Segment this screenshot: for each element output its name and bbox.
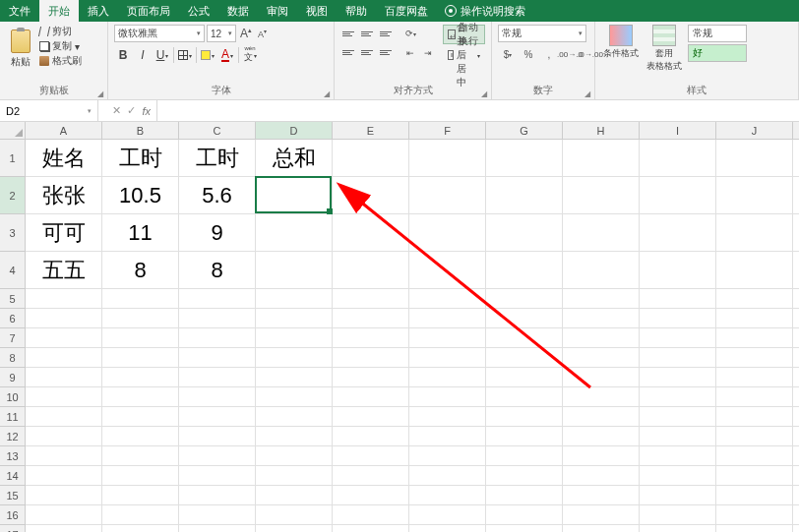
row-header-16[interactable]: 16 [0, 505, 26, 525]
increase-indent-button[interactable]: ⇥ [419, 44, 437, 62]
accept-formula-button[interactable]: ✓ [127, 104, 136, 117]
cell-K6[interactable] [793, 309, 799, 328]
cell-I2[interactable] [640, 177, 716, 214]
underline-button[interactable]: U▾ [154, 46, 171, 64]
align-right-button[interactable] [378, 43, 396, 61]
row-header-12[interactable]: 12 [0, 427, 26, 446]
row-header-8[interactable]: 8 [0, 348, 26, 368]
cell-I3[interactable] [640, 214, 716, 252]
tab-view[interactable]: 视图 [297, 0, 337, 22]
cell-C10[interactable] [179, 387, 256, 407]
cell-J7[interactable] [716, 328, 793, 348]
merge-center-button[interactable]: 合并后居中▾ [443, 45, 485, 65]
cell-E17[interactable] [333, 525, 409, 532]
cell-K4[interactable] [793, 252, 799, 289]
tab-help[interactable]: 帮助 [337, 0, 376, 22]
cell-I9[interactable] [640, 368, 716, 387]
comma-format-button[interactable]: , [539, 45, 559, 63]
cell-I10[interactable] [640, 387, 716, 407]
cell-G5[interactable] [486, 289, 563, 309]
cell-G6[interactable] [486, 309, 563, 328]
cell-A12[interactable] [26, 427, 102, 446]
cell-I15[interactable] [640, 486, 716, 505]
row-header-13[interactable]: 13 [0, 446, 26, 466]
cell-B15[interactable] [102, 486, 179, 505]
cell-D17[interactable] [256, 525, 333, 532]
cell-H16[interactable] [563, 505, 640, 525]
cell-H13[interactable] [563, 446, 640, 466]
align-bottom-button[interactable] [378, 25, 396, 42]
cell-B2[interactable]: 10.5 [102, 177, 179, 214]
cell-J2[interactable] [716, 177, 793, 214]
cell-I4[interactable] [640, 252, 716, 289]
cell-B14[interactable] [102, 466, 179, 486]
cell-B1[interactable]: 工时 [102, 140, 179, 177]
cell-E5[interactable] [333, 289, 409, 309]
cell-F8[interactable] [409, 348, 486, 368]
row-header-15[interactable]: 15 [0, 486, 26, 505]
cell-B11[interactable] [102, 407, 179, 427]
cell-A3[interactable]: 可可 [26, 214, 102, 252]
cell-A14[interactable] [26, 466, 102, 486]
border-button[interactable]: ▾ [176, 46, 194, 64]
cell-E8[interactable] [333, 348, 409, 368]
cell-C14[interactable] [179, 466, 256, 486]
cell-E7[interactable] [333, 328, 409, 348]
cell-A9[interactable] [26, 368, 102, 387]
cell-C16[interactable] [179, 505, 256, 525]
cell-B8[interactable] [102, 348, 179, 368]
cell-J6[interactable] [716, 309, 793, 328]
cell-C1[interactable]: 工时 [179, 140, 256, 177]
col-header-F[interactable]: F [409, 122, 486, 140]
cell-I8[interactable] [640, 348, 716, 368]
cell-I11[interactable] [640, 407, 716, 427]
tab-insert[interactable]: 插入 [79, 0, 118, 22]
cell-A8[interactable] [26, 348, 102, 368]
cell-E14[interactable] [333, 466, 409, 486]
cell-K10[interactable] [793, 387, 799, 407]
formula-input[interactable] [157, 100, 799, 121]
cell-style-normal[interactable]: 常规 [688, 25, 747, 42]
cell-D6[interactable] [256, 309, 333, 328]
cell-F13[interactable] [409, 446, 486, 466]
col-header-C[interactable]: C [179, 122, 256, 140]
cell-J15[interactable] [716, 486, 793, 505]
row-header-3[interactable]: 3 [0, 214, 26, 252]
fx-icon[interactable]: fx [142, 105, 151, 117]
cell-J13[interactable] [716, 446, 793, 466]
cell-E3[interactable] [333, 214, 409, 252]
cell-G1[interactable] [486, 140, 563, 177]
cell-J14[interactable] [716, 466, 793, 486]
cell-G14[interactable] [486, 466, 563, 486]
copy-button[interactable]: 复制▾ [39, 39, 82, 53]
cell-A4[interactable]: 五五 [26, 252, 102, 289]
cell-A7[interactable] [26, 328, 102, 348]
cut-button[interactable]: 剪切 [39, 25, 82, 38]
col-header-D[interactable]: D [256, 122, 333, 140]
col-header-K[interactable]: K [793, 122, 799, 140]
phonetic-button[interactable]: wén文▾ [241, 46, 259, 64]
cell-K11[interactable] [793, 407, 799, 427]
cell-F4[interactable] [409, 252, 486, 289]
cell-C5[interactable] [179, 289, 256, 309]
row-header-17[interactable]: 17 [0, 525, 26, 532]
tab-baidu[interactable]: 百度网盘 [376, 0, 437, 22]
select-all-button[interactable] [0, 122, 26, 140]
cell-H4[interactable] [563, 252, 640, 289]
row-header-5[interactable]: 5 [0, 289, 26, 309]
increase-decimal-button[interactable]: .00→.0 [560, 45, 580, 63]
cell-I14[interactable] [640, 466, 716, 486]
cell-E4[interactable] [333, 252, 409, 289]
cell-I12[interactable] [640, 427, 716, 446]
cell-F9[interactable] [409, 368, 486, 387]
cell-J3[interactable] [716, 214, 793, 252]
cell-F1[interactable] [409, 140, 486, 177]
cell-C6[interactable] [179, 309, 256, 328]
cell-G13[interactable] [486, 446, 563, 466]
col-header-E[interactable]: E [333, 122, 409, 140]
cell-J17[interactable] [716, 525, 793, 532]
align-center-button[interactable] [359, 43, 377, 61]
cell-B7[interactable] [102, 328, 179, 348]
font-color-button[interactable]: A▾ [218, 46, 236, 64]
cell-H14[interactable] [563, 466, 640, 486]
